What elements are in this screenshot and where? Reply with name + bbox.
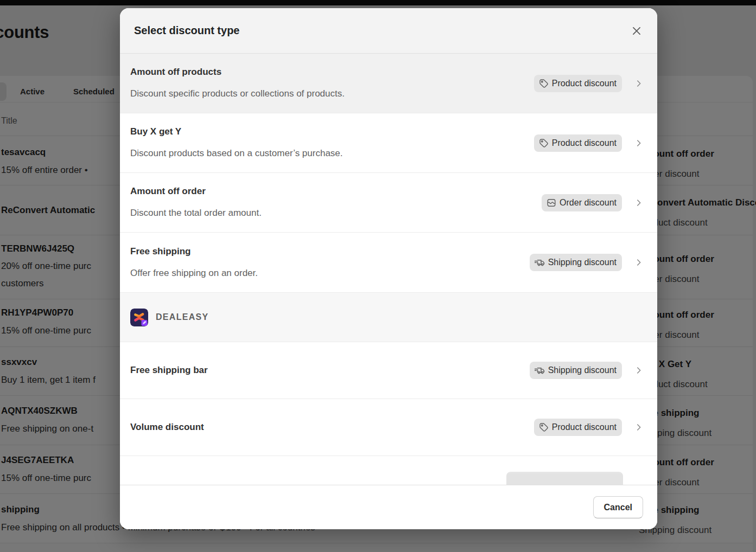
option-volume-discount[interactable]: Volume discount Product discount — [120, 399, 657, 456]
option-title: Buy X get Y — [130, 126, 534, 138]
dealeasy-app-icon — [130, 309, 148, 326]
option-title: Free shipping — [130, 246, 530, 258]
option-title: Amount off order — [130, 185, 542, 197]
option-title: Amount off products — [130, 66, 534, 78]
option-amount-off-products[interactable]: Amount off products Discount specific pr… — [120, 54, 657, 113]
modal-title: Select discount type — [134, 24, 629, 37]
app-badge-icon — [142, 320, 148, 326]
option-title: Free shipping bar — [130, 364, 530, 376]
option-buy-x-get-y[interactable]: Buy X get Y Discount products based on a… — [120, 113, 657, 173]
chevron-right-icon — [634, 79, 644, 88]
chevron-right-icon — [634, 198, 644, 208]
close-icon — [631, 25, 643, 37]
clipped-badge — [506, 472, 623, 485]
order-icon — [546, 197, 557, 208]
tag-icon — [538, 78, 549, 89]
option-description: Discount specific products or collection… — [130, 87, 534, 100]
clipped-next-option — [120, 456, 657, 485]
modal-body: Amount off products Discount specific pr… — [120, 54, 657, 485]
product-discount-badge: Product discount — [534, 419, 622, 436]
option-title: Volume discount — [130, 421, 534, 433]
dealeasy-section-header: DEALEASY — [120, 293, 657, 342]
truck-icon — [534, 257, 545, 268]
chevron-right-icon — [634, 258, 644, 267]
chevron-right-icon — [634, 422, 644, 432]
select-discount-type-modal: Select discount type Amount off products… — [120, 8, 657, 529]
option-free-shipping[interactable]: Free shipping Offer free shipping on an … — [120, 233, 657, 293]
truck-icon — [534, 365, 545, 376]
cancel-button[interactable]: Cancel — [593, 496, 643, 518]
tag-icon — [538, 422, 549, 433]
shipping-discount-badge: Shipping discount — [530, 362, 622, 379]
option-description: Discount products based on a customer’s … — [130, 147, 534, 160]
option-description: Offer free shipping on an order. — [130, 267, 530, 280]
product-discount-badge: Product discount — [534, 75, 622, 92]
order-discount-badge: Order discount — [542, 194, 622, 211]
section-label: DEALEASY — [156, 312, 209, 322]
option-amount-off-order[interactable]: Amount off order Discount the total orde… — [120, 173, 657, 233]
modal-header: Select discount type — [120, 8, 657, 54]
close-button[interactable] — [629, 23, 644, 38]
chevron-right-icon — [634, 365, 644, 375]
option-description: Discount the total order amount. — [130, 207, 542, 220]
product-discount-badge: Product discount — [534, 134, 622, 152]
option-free-shipping-bar[interactable]: Free shipping bar Shipping discount — [120, 342, 657, 399]
modal-footer: Cancel — [120, 485, 657, 529]
screen: Discounts Active Scheduled Title tesavca… — [0, 0, 756, 552]
tag-icon — [538, 138, 549, 149]
shipping-discount-badge: Shipping discount — [530, 254, 622, 271]
chevron-right-icon — [634, 138, 644, 148]
